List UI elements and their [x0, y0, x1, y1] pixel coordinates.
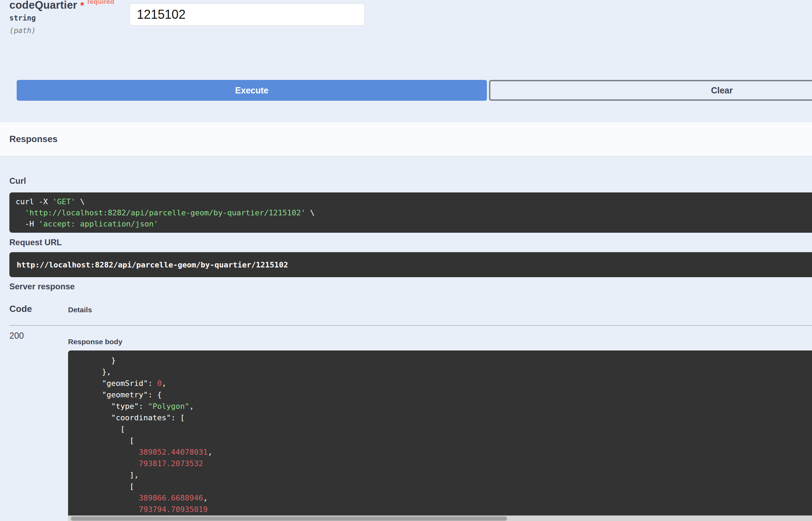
response-body-label: Response body [68, 338, 122, 346]
server-response-label: Server response [9, 282, 75, 291]
parameter-name: codeQuartier*required [9, 0, 114, 11]
request-url-label: Request URL [9, 238, 62, 247]
required-badge: required [87, 0, 114, 5]
status-code: 200 [9, 331, 24, 341]
execute-button[interactable]: Execute [17, 80, 487, 101]
codequartier-input[interactable] [130, 3, 365, 26]
curl-label: Curl [9, 176, 26, 186]
details-column-header: Details [68, 306, 92, 314]
curl-command-block: curl -X 'GET' \ 'http://localhost:8282/a… [9, 192, 812, 233]
code-column-header: Code [9, 304, 32, 314]
required-asterisk: * [80, 0, 84, 11]
parameter-name-text: codeQuartier [9, 0, 77, 11]
responses-title: Responses [9, 134, 58, 144]
table-header-divider [9, 325, 812, 326]
horizontal-scrollbar-track[interactable] [68, 515, 812, 521]
parameter-type: string [9, 14, 36, 22]
clear-button[interactable]: Clear [489, 80, 812, 101]
parameter-location: (path) [9, 26, 36, 35]
horizontal-scrollbar-thumb[interactable] [71, 516, 507, 521]
response-body-block: } }, "geomSrid": 0, "geometry": { "type"… [68, 350, 812, 521]
request-url-value: http://localhost:8282/api/parcelle-geom/… [17, 260, 288, 269]
request-url-block: http://localhost:8282/api/parcelle-geom/… [9, 252, 812, 277]
responses-section-header: Responses [0, 122, 812, 156]
